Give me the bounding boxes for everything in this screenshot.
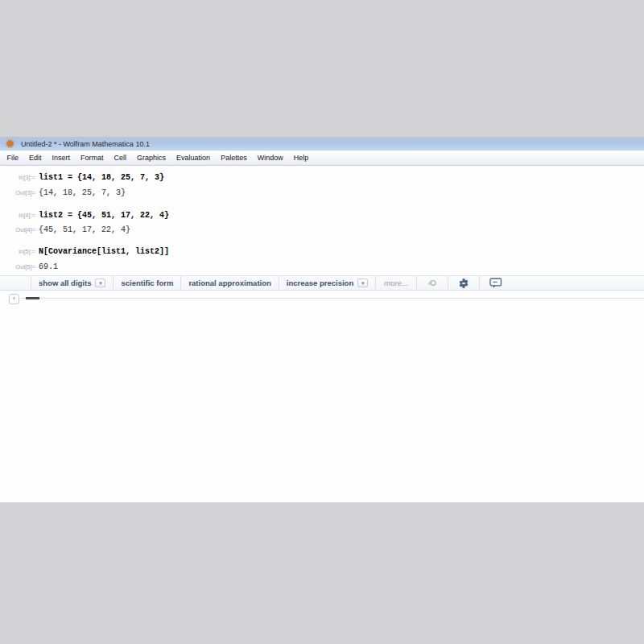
suggestion-label: scientific form [121,279,173,287]
cell-insertion-line[interactable] [21,298,644,299]
cell-label-in4: In[4]:= [0,210,39,221]
menu-graphics[interactable]: Graphics [132,151,171,165]
suggestion-label: show all digits [39,279,91,287]
suggestion-increase-precision-button[interactable]: increase precision ▾ [279,276,375,290]
chevron-down-icon[interactable]: ▾ [357,279,368,287]
cell-code-out3: {14, 18, 25, 7, 3} [39,188,126,199]
insert-cell-plus-button[interactable]: + [9,294,19,304]
menu-file[interactable]: File [2,151,24,165]
suggestion-show-all-digits-button[interactable]: show all digits ▾ [31,276,113,290]
suggestion-rational-approximation-button[interactable]: rational approximation [181,276,278,290]
cell-out5: Out[5]= 69.1 [0,262,644,273]
notebook-area[interactable]: In[3]:= list1 = {14, 18, 25, 7, 3} Out[3… [0,166,644,502]
cell-label-out4: Out[4]= [0,225,39,236]
menu-edit[interactable]: Edit [24,151,47,165]
cell-label-in3: In[3]:= [0,172,39,184]
menu-cell[interactable]: Cell [109,151,132,165]
cell-code-in3[interactable]: list1 = {14, 18, 25, 7, 3} [39,172,164,184]
cell-in4: In[4]:= list2 = {45, 51, 17, 22, 4} [0,210,644,221]
suggestion-loop-icon[interactable] [417,276,448,290]
mathematica-window: Untitled-2 * - Wolfram Mathematica 10.1 … [0,137,644,502]
desktop: Untitled-2 * - Wolfram Mathematica 10.1 … [0,0,644,644]
menu-help[interactable]: Help [288,151,314,165]
menu-evaluation[interactable]: Evaluation [171,151,216,165]
cell-insertion-row: + [0,293,644,306]
menu-window[interactable]: Window [252,151,288,165]
cell-code-out5: 69.1 [39,262,58,273]
menu-insert[interactable]: Insert [47,151,76,165]
title-bar[interactable]: Untitled-2 * - Wolfram Mathematica 10.1 [0,137,644,151]
menu-palettes[interactable]: Palettes [216,151,253,165]
cell-label-out3: Out[3]= [0,188,39,199]
gear-icon[interactable] [448,276,479,290]
suggestion-more-button[interactable]: more... [376,276,416,290]
cell-code-in5[interactable]: N[Covariance[list1, list2]] [39,246,169,258]
cell-in5: In[5]:= N[Covariance[list1, list2]] [0,246,644,258]
suggestion-scientific-form-button[interactable]: scientific form [114,276,180,290]
suggestions-bar-spacer [0,276,31,290]
suggestions-bar: show all digits ▾ scientific form ration… [0,275,644,291]
cell-code-out4: {45, 51, 17, 22, 4} [39,225,130,236]
chevron-down-icon[interactable]: ▾ [95,279,105,287]
mathematica-spikey-icon [6,139,14,148]
cell-out3: Out[3]= {14, 18, 25, 7, 3} [0,188,644,199]
window-title: Untitled-2 * - Wolfram Mathematica 10.1 [21,140,150,148]
suggestion-label: increase precision [287,279,353,287]
menu-bar: File Edit Insert Format Cell Graphics Ev… [0,151,644,166]
menu-format[interactable]: Format [76,151,109,165]
cell-label-in5: In[5]:= [0,246,39,258]
suggestion-label: rational approximation [188,279,270,287]
cell-label-out5: Out[5]= [0,262,39,273]
cell-insertion-cursor [26,297,39,299]
feedback-bubble-icon[interactable] [480,276,512,290]
cell-in3: In[3]:= list1 = {14, 18, 25, 7, 3} [0,166,644,184]
cell-out4: Out[4]= {45, 51, 17, 22, 4} [0,225,644,236]
cell-code-in4[interactable]: list2 = {45, 51, 17, 22, 4} [39,210,169,221]
